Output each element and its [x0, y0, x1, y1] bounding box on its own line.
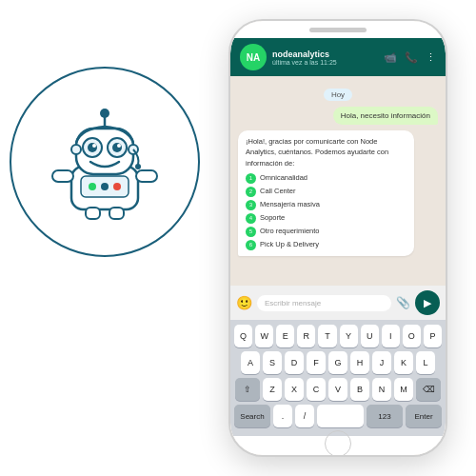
key-c[interactable]: C: [307, 378, 326, 401]
menu-item: 6 Pick Up & Delivery: [246, 239, 407, 250]
menu-item: 4 Soporte: [246, 212, 407, 224]
search-key[interactable]: Search: [234, 405, 270, 427]
phone-notch: [230, 21, 446, 38]
menu-item: 1 Omnicanalidad: [246, 172, 407, 184]
return-key[interactable]: Enter: [406, 405, 442, 427]
svg-point-12: [135, 164, 141, 169]
svg-rect-20: [109, 208, 124, 219]
svg-point-6: [88, 143, 97, 152]
svg-point-7: [112, 143, 122, 152]
key-q[interactable]: Q: [234, 325, 252, 347]
key-row-4: Search . / 123 Enter: [234, 405, 442, 427]
svg-rect-19: [86, 208, 100, 219]
key-t[interactable]: T: [318, 325, 336, 347]
key-i[interactable]: I: [382, 325, 400, 347]
bot-message: ¡Hola!, gracias por comunicarte con Node…: [238, 130, 414, 256]
menu-item: 5 Otro requerimiento: [246, 226, 407, 237]
menu-text: Omnicanalidad: [260, 172, 307, 183]
svg-rect-14: [136, 170, 157, 182]
menu-text: Mensajería masiva: [260, 199, 320, 209]
menu-item: 2 Call Center: [246, 186, 407, 197]
svg-point-9: [117, 144, 121, 148]
key-g[interactable]: G: [328, 351, 347, 374]
menu-num: 1: [246, 173, 256, 184]
key-s[interactable]: S: [263, 351, 282, 374]
contact-status: última vez a las 11:25: [272, 59, 378, 66]
svg-point-17: [101, 183, 109, 190]
svg-rect-13: [52, 170, 73, 182]
keyboard: Q W E R T Y U I O P A S D F G: [230, 320, 446, 436]
key-row-3: ⇧ Z X C V B N M ⌫: [234, 378, 442, 401]
call-icon[interactable]: 📞: [405, 51, 418, 64]
svg-point-3: [100, 109, 109, 118]
contact-name: nodeanalytics: [272, 50, 378, 59]
key-row-1: Q W E R T Y U I O P: [234, 325, 442, 347]
menu-icon[interactable]: ⋮: [426, 51, 436, 64]
space-key[interactable]: [317, 405, 364, 427]
day-label: Hoy: [238, 84, 438, 101]
key-v[interactable]: V: [328, 378, 347, 401]
video-icon[interactable]: 📹: [384, 51, 397, 64]
message-input[interactable]: Escribir mensaje: [257, 295, 391, 311]
menu-num: 3: [246, 200, 256, 210]
key-l[interactable]: L: [416, 351, 435, 374]
chat-area: Hoy Hola, necesito información ¡Hola!, g…: [230, 76, 446, 286]
send-button[interactable]: ▶: [415, 290, 440, 315]
key-a[interactable]: A: [241, 351, 260, 374]
input-area: 🙂 Escribir mensaje 📎 ▶: [230, 286, 446, 320]
scene: NA nodeanalytics última vez a las 11:25 …: [10, 10, 466, 466]
header-info: nodeanalytics última vez a las 11:25: [272, 50, 378, 66]
key-o[interactable]: O: [403, 325, 421, 347]
key-b[interactable]: B: [350, 378, 369, 401]
key-j[interactable]: J: [372, 351, 391, 374]
menu-list: 1 Omnicanalidad 2 Call Center 3 Mensajer…: [246, 172, 407, 250]
header-icons[interactable]: 📹 📞 ⋮: [384, 51, 436, 64]
phone-home-area: [230, 436, 446, 455]
key-row-2: A S D F G H J K L: [234, 351, 442, 374]
backspace-key[interactable]: ⌫: [416, 378, 441, 401]
phone: NA nodeanalytics última vez a las 11:25 …: [228, 19, 447, 457]
numbers-key[interactable]: 123: [367, 405, 403, 427]
robot-illustration: [43, 100, 167, 224]
shift-key[interactable]: ⇧: [235, 378, 260, 401]
key-r[interactable]: R: [297, 325, 315, 347]
user-message: Hola, necesito información: [333, 107, 438, 125]
key-y[interactable]: Y: [340, 325, 358, 347]
key-z[interactable]: Z: [263, 378, 282, 401]
key-x[interactable]: X: [285, 378, 304, 401]
key-k[interactable]: K: [394, 351, 413, 374]
phone-notch-bar: [309, 28, 367, 32]
menu-text: Call Center: [260, 186, 296, 196]
home-button[interactable]: [325, 430, 351, 455]
whatsapp-header: NA nodeanalytics última vez a las 11:25 …: [230, 38, 446, 76]
menu-num: 2: [246, 187, 256, 197]
menu-item: 3 Mensajería masiva: [246, 199, 407, 210]
avatar-text: NA: [247, 52, 260, 63]
key-w[interactable]: W: [255, 325, 273, 347]
emoji-icon[interactable]: 🙂: [236, 295, 252, 310]
menu-text: Pick Up & Delivery: [260, 239, 319, 249]
bot-greeting: ¡Hola!, gracias por comunicarte con Node…: [246, 136, 407, 169]
key-h[interactable]: H: [350, 351, 369, 374]
key-p[interactable]: P: [424, 325, 442, 347]
contact-avatar: NA: [240, 44, 267, 70]
phone-inner: NA nodeanalytics última vez a las 11:25 …: [230, 21, 446, 455]
menu-text: Soporte: [260, 212, 285, 223]
svg-point-16: [89, 183, 96, 190]
key-f[interactable]: F: [307, 351, 326, 374]
key-d[interactable]: D: [285, 351, 304, 374]
key-m[interactable]: M: [394, 378, 413, 401]
period-key[interactable]: .: [273, 405, 292, 427]
key-u[interactable]: U: [361, 325, 379, 347]
menu-num: 6: [246, 240, 256, 250]
svg-point-18: [113, 183, 121, 190]
slash-key[interactable]: /: [295, 405, 314, 427]
menu-num: 5: [246, 227, 256, 237]
key-n[interactable]: N: [372, 378, 391, 401]
svg-point-8: [92, 144, 96, 148]
svg-point-10: [71, 145, 81, 154]
menu-text: Otro requerimiento: [260, 226, 320, 236]
attach-icon[interactable]: 📎: [396, 296, 410, 309]
key-e[interactable]: E: [276, 325, 294, 347]
robot-circle: [10, 67, 200, 257]
